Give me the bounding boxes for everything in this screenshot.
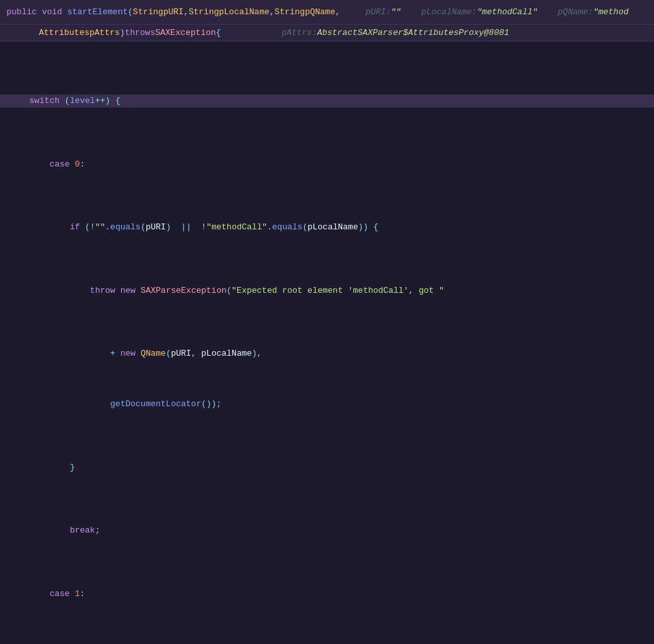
code-container: public void startElement ( String pURI ,… xyxy=(0,0,654,644)
line-case0: case 0: xyxy=(0,158,654,171)
top-bar-method-name: startElement xyxy=(67,6,128,19)
line-throw0a: throw new SAXParseException("Expected ro… xyxy=(0,284,654,297)
throws-keyword: throws xyxy=(125,27,156,40)
line-throw0b: + new QName(pURI, pLocalName), xyxy=(0,347,654,360)
top-bar-void: void xyxy=(42,6,62,19)
code-area: switch (level++) { case 0: if (!"".equal… xyxy=(0,41,654,644)
line-throw0c: getDocumentLocator()); xyxy=(0,398,654,411)
line-break0: break; xyxy=(0,524,654,537)
line-case1: case 1: xyxy=(0,588,654,601)
line-close-if0: } xyxy=(0,461,654,474)
line-switch: switch (level++) { xyxy=(0,95,654,108)
line-if0: if (!"".equals(pURI) || !"methodCall".eq… xyxy=(0,221,654,234)
top-bar-public: public xyxy=(6,6,37,19)
top-bar-line2: Attributes pAttrs ) throws SAXException … xyxy=(0,25,654,41)
top-bar-line1: public void startElement ( String pURI ,… xyxy=(0,0,654,25)
